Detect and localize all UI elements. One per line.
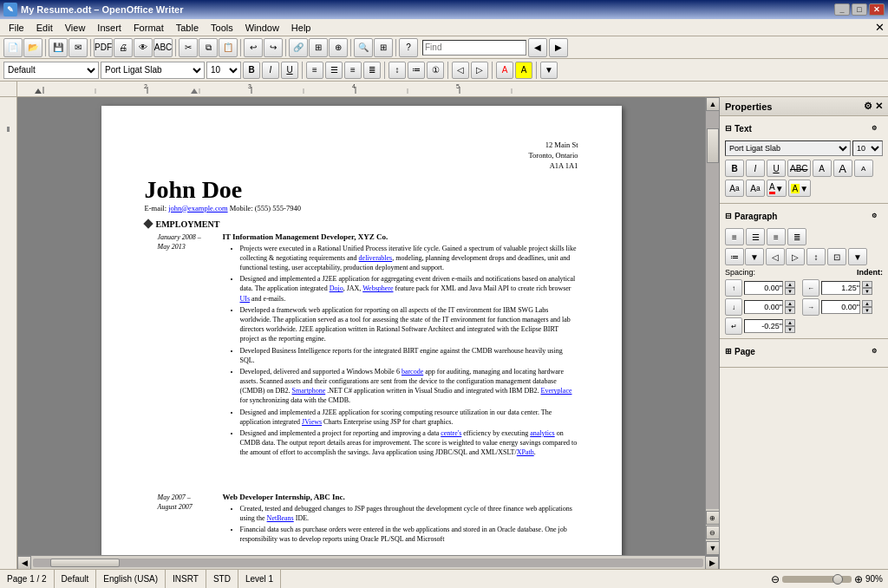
italic-button[interactable]: I [262,62,279,79]
style-selector[interactable]: Default [3,62,99,79]
para-align-right[interactable]: ≡ [767,228,786,245]
spacing-below-input[interactable] [744,300,783,314]
scroll-right-button[interactable]: ▶ [705,556,719,570]
email-link[interactable]: john@example.com [168,204,228,212]
zoom-level[interactable]: 90% [865,574,883,584]
indent-before-down[interactable]: ▼ [862,288,872,295]
scroll-thumb[interactable] [707,128,719,163]
spacing-below-up[interactable]: ▲ [785,300,795,307]
spellcheck-button[interactable]: ABC [153,38,173,57]
indent-after-input[interactable] [821,300,860,314]
close-document-button[interactable]: ✕ [875,21,885,34]
properties-close-button[interactable]: ✕ [875,101,883,112]
panel-size-selector[interactable]: 10 [852,140,883,156]
font-color-panel-button[interactable]: A▼ [767,180,787,197]
spacing-above-up[interactable]: ▲ [785,281,795,288]
find-button[interactable]: 🔍 [354,38,373,57]
indent-before-up[interactable]: ▲ [862,281,872,288]
bullets-button[interactable]: ≔ [408,62,425,79]
scroll-track[interactable] [706,111,719,509]
page-options-icon[interactable]: ⚙ [865,343,883,360]
panel-underline-button[interactable]: U [767,160,786,177]
menu-table[interactable]: Table [171,21,204,35]
h-scroll-track[interactable] [33,559,703,567]
paragraph-section-header[interactable]: ⊟ Paragraph ⚙ [725,207,883,225]
help-button[interactable]: ? [399,38,418,57]
spacing-above-down[interactable]: ▼ [785,288,795,295]
menu-format[interactable]: Format [128,21,169,35]
find-next-button[interactable]: ▶ [549,38,568,57]
list-dropdown[interactable]: ▼ [745,248,764,265]
panel-italic-button[interactable]: I [746,160,765,177]
spacing-below-down[interactable]: ▼ [785,307,795,314]
hyperlink-button[interactable]: 🔗 [289,38,308,57]
para-spacing-button[interactable]: ↕ [806,248,826,265]
scroll-left-button[interactable]: ◀ [17,556,31,570]
insert-mode[interactable]: INSRT [166,570,206,588]
align-left-button[interactable]: ≡ [306,62,323,79]
font-color-button[interactable]: A [496,62,513,79]
scroll-up-button[interactable]: ▲ [706,97,719,111]
align-center-button[interactable]: ☰ [325,62,343,79]
para-border-dropdown[interactable]: ▼ [848,248,867,265]
indent-after-down[interactable]: ▼ [862,307,872,314]
para-border-button[interactable]: ⊡ [827,248,846,265]
superscript-button[interactable]: Aa [725,180,744,197]
spacing-above-input[interactable] [744,281,783,295]
para-align-center[interactable]: ☰ [746,228,765,245]
indent-after-up[interactable]: ▲ [862,300,872,307]
para-align-justify[interactable]: ≣ [787,228,806,245]
page-section-header[interactable]: ⊞ Page ⚙ [725,343,883,360]
para-align-left[interactable]: ≡ [725,228,744,245]
text-options-icon[interactable]: ⚙ [865,120,883,137]
minimize-button[interactable]: _ [834,3,850,16]
pdf-button[interactable]: PDF [94,38,113,57]
zoom-plus-icon[interactable]: ⊕ [854,573,863,585]
first-line-up[interactable]: ▲ [785,319,795,326]
save-button[interactable]: 💾 [49,38,68,57]
menu-file[interactable]: File [3,21,29,35]
first-line-input[interactable] [744,319,783,333]
menu-help[interactable]: Help [286,21,317,35]
menu-view[interactable]: View [60,21,91,35]
email-button[interactable]: ✉ [69,38,88,57]
underline-button[interactable]: U [281,62,298,79]
maximize-button[interactable]: □ [852,3,867,16]
scroll-zoom-out[interactable]: ⊖ [706,526,720,539]
close-button[interactable]: ✕ [869,3,885,16]
cut-button[interactable]: ✂ [179,38,198,57]
font-selector[interactable]: Port Ligat Slab [101,62,205,79]
outdent-button[interactable]: ◁ [452,62,469,79]
properties-settings-icon[interactable]: ⚙ [864,101,872,112]
line-spacing-button[interactable]: ↕ [388,62,406,79]
list-style-button[interactable]: ≔ [725,248,744,265]
subscript-button[interactable]: Aa [746,180,765,197]
first-line-down[interactable]: ▼ [785,326,795,333]
find-prev-button[interactable]: ◀ [528,38,547,57]
paragraph-options-icon[interactable]: ⚙ [865,207,883,225]
table-button[interactable]: ⊞ [309,38,328,57]
new-button[interactable]: 📄 [3,38,23,57]
zoom-slider[interactable] [782,576,852,583]
menu-edit[interactable]: Edit [31,21,58,35]
redo-button[interactable]: ↪ [264,38,283,57]
highlight-panel-button[interactable]: A▼ [788,180,812,197]
menu-tools[interactable]: Tools [206,21,238,35]
align-right-button[interactable]: ≡ [344,62,362,79]
menu-insert[interactable]: Insert [92,21,127,35]
panel-larger-button[interactable]: A [833,160,852,177]
more-format-button[interactable]: ▼ [540,62,558,79]
font-size-selector[interactable]: 10 [206,62,241,79]
bold-button[interactable]: B [243,62,260,79]
zoom-minus-icon[interactable]: ⊖ [771,573,780,585]
std-mode[interactable]: STD [206,570,238,588]
print-button[interactable]: 🖨 [114,38,133,57]
panel-shadow-button[interactable]: A [813,160,832,177]
navigator-button[interactable]: ⊞ [374,38,393,57]
scroll-down-button[interactable]: ▼ [706,541,719,555]
find-input[interactable] [422,40,526,56]
document-scroll-area[interactable]: 12 Main StToronto, OntarioA1A 1A1 John D… [17,97,705,555]
h-scroll-thumb[interactable] [50,559,120,567]
preview-button[interactable]: 👁 [134,38,153,57]
undo-button[interactable]: ↩ [244,38,263,57]
